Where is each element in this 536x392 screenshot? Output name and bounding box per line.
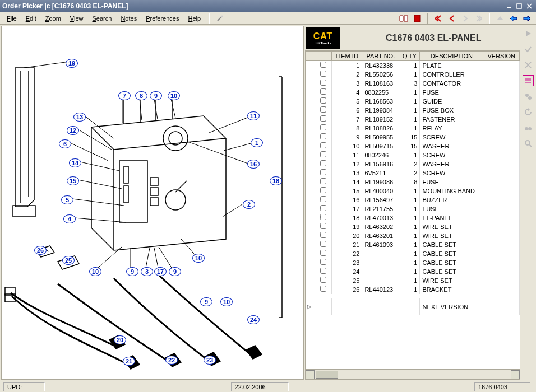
diagram-pane[interactable]: 1978910131112161614151852426251093179109…: [1, 26, 304, 380]
callout-6[interactable]: 6: [59, 139, 71, 148]
table-row[interactable]: 12RL1569162WASHER: [306, 160, 520, 169]
minimize-button[interactable]: [505, 2, 514, 11]
callout-10[interactable]: 10: [192, 254, 205, 263]
table-row[interactable]: 10RL50971515WASHER: [306, 142, 520, 151]
horizontal-scrollbar[interactable]: [306, 369, 520, 379]
menu-file[interactable]: File: [2, 14, 21, 23]
col-header[interactable]: [306, 52, 315, 61]
wand-icon[interactable]: [214, 13, 226, 24]
callout-21[interactable]: 21: [123, 357, 135, 366]
row-checkbox[interactable]: [320, 88, 326, 95]
close-button[interactable]: [525, 2, 534, 11]
callout-2[interactable]: 2: [243, 200, 255, 209]
x-icon[interactable]: [523, 59, 534, 71]
table-row[interactable]: 21RL4610931CABLE SET: [306, 240, 520, 249]
table-row[interactable]: 3RL1081633CONTACTOR: [306, 79, 520, 88]
scroll-right-icon[interactable]: [511, 370, 520, 379]
row-checkbox[interactable]: [320, 196, 326, 202]
table-row[interactable]: 221CABLE SET: [306, 249, 520, 258]
table-row[interactable]: 18RL4700131EL-PANEL: [306, 213, 520, 222]
callout-4[interactable]: 4: [63, 214, 76, 223]
row-checkbox[interactable]: [320, 178, 326, 184]
menu-view[interactable]: View: [66, 14, 88, 23]
table-row[interactable]: 20RL4632011WIRE SET: [306, 231, 520, 240]
back-icon[interactable]: [507, 13, 520, 24]
table-row[interactable]: 2RL5502561CONTROLLER: [306, 70, 520, 79]
col-header[interactable]: [315, 52, 331, 61]
row-checkbox[interactable]: [320, 223, 326, 229]
menu-zoom[interactable]: Zoom: [41, 14, 66, 23]
table-row[interactable]: 8RL1888261RELAY: [306, 124, 520, 133]
table-row[interactable]: 15RL4000401MOUNTING BAND: [306, 186, 520, 195]
first-icon[interactable]: [432, 13, 445, 24]
table-row[interactable]: 1RL4323381PLATE: [306, 61, 520, 70]
table-row[interactable]: 408022551FUSE: [306, 88, 520, 97]
table-row[interactable]: 5RL1685631GUIDE: [306, 97, 520, 106]
last-icon[interactable]: [473, 13, 485, 24]
forward-icon[interactable]: [521, 13, 533, 24]
table-row[interactable]: 136V52112SCREW: [306, 169, 520, 178]
callout-15[interactable]: 15: [67, 176, 79, 185]
scroll-thumb[interactable]: [316, 371, 338, 379]
col-header[interactable]: DESCRIPTION: [420, 52, 483, 61]
row-checkbox[interactable]: [320, 160, 326, 166]
callout-9[interactable]: 9: [200, 297, 212, 306]
callout-19[interactable]: 19: [66, 59, 78, 68]
callout-8[interactable]: 8: [135, 91, 147, 100]
play-icon[interactable]: [523, 28, 534, 39]
row-checkbox[interactable]: [320, 187, 326, 193]
row-checkbox[interactable]: [320, 250, 326, 256]
table-row[interactable]: 1108022461SCREW: [306, 151, 520, 160]
row-checkbox[interactable]: [320, 97, 326, 104]
table-row[interactable]: 7RL1891521FASTENER: [306, 115, 520, 124]
callout-17[interactable]: 17: [154, 267, 167, 276]
list-icon[interactable]: [523, 75, 534, 86]
magnify-icon[interactable]: [523, 138, 534, 149]
check-icon[interactable]: [523, 44, 534, 55]
callout-20[interactable]: 20: [114, 335, 126, 344]
callout-7[interactable]: 7: [118, 91, 131, 100]
book-red-icon[interactable]: [411, 13, 423, 24]
callout-3[interactable]: 3: [141, 267, 153, 276]
row-checkbox[interactable]: [320, 232, 326, 238]
callout-9[interactable]: 9: [169, 267, 181, 276]
row-checkbox[interactable]: [320, 205, 326, 211]
row-checkbox[interactable]: [320, 115, 326, 122]
row-checkbox[interactable]: [320, 151, 326, 157]
row-checkbox[interactable]: [320, 142, 326, 148]
up-icon[interactable]: [494, 13, 506, 24]
parts-table[interactable]: ITEM IDPART NO.Q'TYDESCRIPTIONVERSION 1R…: [305, 50, 520, 380]
callout-14[interactable]: 14: [69, 158, 81, 167]
callout-16[interactable]: 16: [247, 160, 260, 169]
callout-22[interactable]: 22: [165, 356, 178, 365]
row-checkbox[interactable]: [320, 268, 326, 274]
callout-24[interactable]: 24: [247, 315, 260, 324]
row-checkbox[interactable]: [320, 106, 326, 113]
callout-10[interactable]: 10: [220, 297, 233, 306]
table-row[interactable]: 241CABLE SET: [306, 267, 520, 276]
col-header[interactable]: ITEM ID: [331, 52, 362, 61]
binoculars-icon[interactable]: [523, 122, 534, 133]
row-checkbox[interactable]: [320, 71, 326, 77]
callout-10[interactable]: 10: [89, 267, 101, 276]
callout-25[interactable]: 25: [62, 256, 75, 265]
table-row[interactable]: 26RL4401231BRACKET: [306, 285, 520, 294]
maximize-button[interactable]: [515, 2, 524, 11]
menu-notes[interactable]: Notes: [116, 14, 141, 23]
table-row[interactable]: 16RL1564971BUZZER: [306, 195, 520, 204]
callout-26[interactable]: 26: [34, 246, 47, 255]
row-checkbox[interactable]: [320, 133, 326, 139]
row-checkbox[interactable]: [320, 169, 326, 175]
callout-5[interactable]: 5: [61, 195, 73, 204]
menu-search[interactable]: Search: [88, 14, 117, 23]
callout-23[interactable]: 23: [204, 356, 216, 365]
table-row[interactable]: 6RL1990841FUSE BOX: [306, 106, 520, 115]
scroll-left-icon[interactable]: [306, 370, 315, 379]
row-checkbox[interactable]: [320, 80, 326, 86]
table-row[interactable]: 9RL50995515SCREW: [306, 133, 520, 142]
row-checkbox[interactable]: [320, 124, 326, 130]
callout-12[interactable]: 12: [67, 126, 79, 135]
callout-13[interactable]: 13: [73, 113, 86, 122]
menu-edit[interactable]: Edit: [21, 14, 41, 23]
row-checkbox[interactable]: [320, 214, 326, 220]
